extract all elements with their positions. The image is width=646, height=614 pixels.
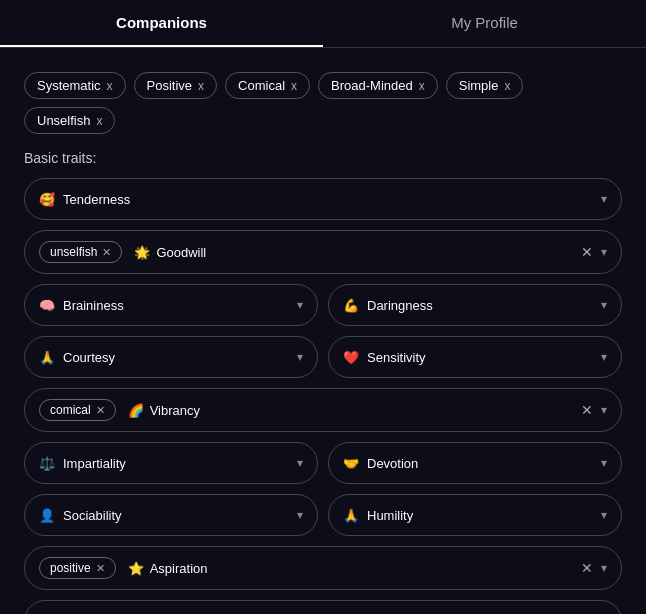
chevron-down-icon: ▾ — [297, 298, 303, 312]
dropdown-aspiration[interactable]: positive ✕ ⭐ Aspiration ✕ ▾ — [24, 546, 622, 590]
chevron-down-icon: ▾ — [601, 508, 607, 522]
tag-close-systematic[interactable]: x — [107, 80, 113, 92]
humility-label: Humility — [367, 508, 413, 523]
tag-positive: Positive x — [134, 72, 218, 99]
courtesy-icon: 🙏 — [39, 350, 55, 365]
chevron-down-icon: ▾ — [601, 350, 607, 364]
sensitivity-label: Sensitivity — [367, 350, 426, 365]
dropdown-spontaneity[interactable]: ⚡ Spontaneity ▾ — [24, 600, 622, 614]
tag-label-systematic: Systematic — [37, 78, 101, 93]
trait-row-goodwill: unselfish ✕ 🌟 Goodwill ✕ ▾ — [24, 230, 622, 274]
dropdown-sensitivity-left: ❤️ Sensitivity — [343, 350, 426, 365]
dropdown-impartiality-left: ⚖️ Impartiality — [39, 456, 126, 471]
chevron-down-icon: ▾ — [297, 508, 303, 522]
trait-row-vibrancy: comical ✕ 🌈 Vibrancy ✕ ▾ — [24, 388, 622, 432]
trait-row-spontaneity: ⚡ Spontaneity ▾ — [24, 600, 622, 614]
daringness-icon: 💪 — [343, 298, 359, 313]
courtesy-label: Courtesy — [63, 350, 115, 365]
braininess-icon: 🧠 — [39, 298, 55, 313]
tag-label-comical: Comical — [238, 78, 285, 93]
dropdown-daringness-left: 💪 Daringness — [343, 298, 433, 313]
tag-close-simple[interactable]: x — [504, 80, 510, 92]
braininess-label: Braininess — [63, 298, 124, 313]
inner-tag-close-comical[interactable]: ✕ — [96, 404, 105, 417]
dropdown-courtesy-left: 🙏 Courtesy — [39, 350, 115, 365]
tag-close-unselfish[interactable]: x — [96, 115, 102, 127]
chevron-down-icon: ▾ — [601, 192, 607, 206]
vibrancy-clear-icon[interactable]: ✕ — [581, 402, 593, 418]
dropdown-tenderness-left: 🥰 Tenderness — [39, 192, 130, 207]
chevron-down-icon: ▾ — [601, 245, 607, 259]
chevron-down-icon: ▾ — [601, 298, 607, 312]
dropdown-humility[interactable]: 🙏 Humility ▾ — [328, 494, 622, 536]
dropdown-sociability-left: 👤 Sociability — [39, 508, 122, 523]
vibrancy-controls: ✕ ▾ — [581, 402, 607, 418]
aspiration-label: Aspiration — [150, 561, 208, 576]
tag-simple: Simple x — [446, 72, 524, 99]
dropdown-vibrancy[interactable]: comical ✕ 🌈 Vibrancy ✕ ▾ — [24, 388, 622, 432]
goodwill-clear-icon[interactable]: ✕ — [581, 244, 593, 260]
dropdown-humility-left: 🙏 Humility — [343, 508, 413, 523]
devotion-label: Devotion — [367, 456, 418, 471]
aspiration-clear-icon[interactable]: ✕ — [581, 560, 593, 576]
impartiality-label: Impartiality — [63, 456, 126, 471]
dropdown-daringness[interactable]: 💪 Daringness ▾ — [328, 284, 622, 326]
inner-tag-close-unselfish[interactable]: ✕ — [102, 246, 111, 259]
dropdown-braininess[interactable]: 🧠 Braininess ▾ — [24, 284, 318, 326]
vibrancy-label: Vibrancy — [150, 403, 200, 418]
devotion-icon: 🤝 — [343, 456, 359, 471]
aspiration-icon: ⭐ — [128, 561, 144, 576]
trait-row-braininess-daringness: 🧠 Braininess ▾ 💪 Daringness ▾ — [24, 284, 622, 326]
inner-tag-positive: positive ✕ — [39, 557, 116, 579]
tag-label-broad-minded: Broad-Minded — [331, 78, 413, 93]
tenderness-icon: 🥰 — [39, 192, 55, 207]
dropdown-sensitivity[interactable]: ❤️ Sensitivity ▾ — [328, 336, 622, 378]
trait-row-courtesy-sensitivity: 🙏 Courtesy ▾ ❤️ Sensitivity ▾ — [24, 336, 622, 378]
sensitivity-icon: ❤️ — [343, 350, 359, 365]
tag-comical: Comical x — [225, 72, 310, 99]
tenderness-label: Tenderness — [63, 192, 130, 207]
dropdown-braininess-left: 🧠 Braininess — [39, 298, 124, 313]
dropdown-tenderness[interactable]: 🥰 Tenderness ▾ — [24, 178, 622, 220]
tag-label-positive: Positive — [147, 78, 193, 93]
tag-systematic: Systematic x — [24, 72, 126, 99]
inner-tag-comical: comical ✕ — [39, 399, 116, 421]
tab-companions[interactable]: Companions — [0, 0, 323, 47]
goodwill-controls: ✕ ▾ — [581, 244, 607, 260]
tabs-container: Companions My Profile — [0, 0, 646, 48]
tag-label-unselfish: Unselfish — [37, 113, 90, 128]
impartiality-icon: ⚖️ — [39, 456, 55, 471]
aspiration-controls: ✕ ▾ — [581, 560, 607, 576]
dropdown-sociability[interactable]: 👤 Sociability ▾ — [24, 494, 318, 536]
goodwill-label: Goodwill — [156, 245, 206, 260]
tag-label-simple: Simple — [459, 78, 499, 93]
inner-tag-comical-label: comical — [50, 403, 91, 417]
dropdown-goodwill[interactable]: unselfish ✕ 🌟 Goodwill ✕ ▾ — [24, 230, 622, 274]
inner-tag-unselfish: unselfish ✕ — [39, 241, 122, 263]
chevron-down-icon: ▾ — [297, 350, 303, 364]
dropdown-devotion[interactable]: 🤝 Devotion ▾ — [328, 442, 622, 484]
selected-tags-area: Systematic x Positive x Comical x Broad-… — [0, 64, 646, 146]
traits-list: 🥰 Tenderness ▾ unselfish ✕ 🌟 Goodwill ✕ … — [0, 178, 646, 614]
trait-row-sociability-humility: 👤 Sociability ▾ 🙏 Humility ▾ — [24, 494, 622, 536]
tag-close-comical[interactable]: x — [291, 80, 297, 92]
tab-my-profile[interactable]: My Profile — [323, 0, 646, 47]
tag-close-positive[interactable]: x — [198, 80, 204, 92]
chevron-down-icon: ▾ — [601, 561, 607, 575]
chevron-down-icon: ▾ — [601, 403, 607, 417]
inner-tag-positive-label: positive — [50, 561, 91, 575]
trait-row-tenderness: 🥰 Tenderness ▾ — [24, 178, 622, 220]
goodwill-icon: 🌟 — [134, 245, 150, 260]
trait-row-impartiality-devotion: ⚖️ Impartiality ▾ 🤝 Devotion ▾ — [24, 442, 622, 484]
trait-row-aspiration: positive ✕ ⭐ Aspiration ✕ ▾ — [24, 546, 622, 590]
dropdown-impartiality[interactable]: ⚖️ Impartiality ▾ — [24, 442, 318, 484]
tag-close-broad-minded[interactable]: x — [419, 80, 425, 92]
dropdown-courtesy[interactable]: 🙏 Courtesy ▾ — [24, 336, 318, 378]
humility-icon: 🙏 — [343, 508, 359, 523]
inner-tag-unselfish-label: unselfish — [50, 245, 97, 259]
tag-unselfish: Unselfish x — [24, 107, 115, 134]
basic-traits-label: Basic traits: — [0, 146, 646, 178]
daringness-label: Daringness — [367, 298, 433, 313]
inner-tag-close-positive[interactable]: ✕ — [96, 562, 105, 575]
tag-broad-minded: Broad-Minded x — [318, 72, 438, 99]
